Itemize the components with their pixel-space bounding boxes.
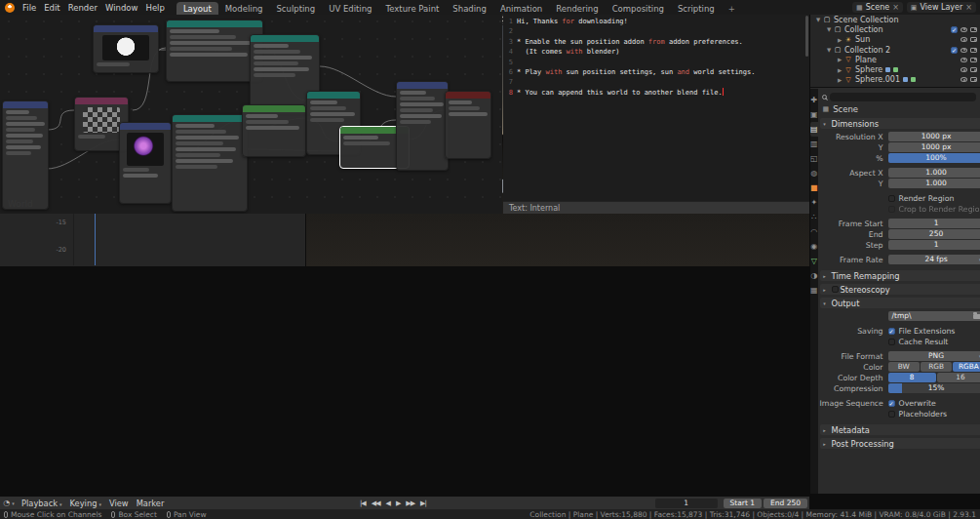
workspace-tab-modeling[interactable]: Modeling	[218, 2, 270, 15]
current-frame-field[interactable]: 1	[655, 499, 718, 508]
node-header[interactable]	[173, 115, 247, 122]
shader-node[interactable]	[242, 104, 306, 157]
properties-search-input[interactable]	[830, 93, 976, 101]
eye-toggle-icon[interactable]	[960, 37, 967, 42]
outliner-row-scene-collection[interactable]: ▼▢Scene Collection	[810, 15, 980, 24]
node-header[interactable]	[251, 35, 319, 42]
expand-toggle-icon[interactable]: ▶	[836, 37, 843, 43]
expand-toggle-icon[interactable]: ▶	[836, 77, 843, 83]
properties-tab-view-layer[interactable]: ▥	[810, 137, 818, 151]
menu-file[interactable]: File	[19, 3, 40, 13]
text-lines[interactable]: 1Hi, Thanks for downloading!23* Enable t…	[503, 13, 809, 98]
properties-tab-world[interactable]: ◍	[810, 166, 818, 180]
play-button[interactable]: ▶	[393, 499, 403, 507]
prop-field-frame-start[interactable]: 1	[888, 219, 980, 228]
segment-bw[interactable]: BW	[888, 362, 920, 372]
eye-toggle-icon[interactable]	[960, 48, 967, 53]
panel-checkbox[interactable]	[832, 286, 839, 293]
segment-8[interactable]: 8	[888, 373, 936, 382]
menu-window[interactable]: Window	[101, 3, 142, 13]
prop-field-y[interactable]: 1000 px	[888, 142, 980, 152]
properties-tab-output[interactable]: ▤	[810, 122, 818, 137]
properties-tab-scene[interactable]: ◱	[810, 151, 818, 166]
node-header[interactable]	[307, 92, 360, 99]
folder-icon[interactable]	[973, 314, 980, 319]
segment-rgba[interactable]: RGBA	[953, 362, 980, 372]
camera-toggle-icon[interactable]	[970, 48, 977, 53]
prop-select-file-format[interactable]: PNG▾	[888, 351, 980, 361]
workspace-tab-shading[interactable]: Shading	[446, 2, 493, 15]
shader-node[interactable]	[396, 81, 449, 171]
panel-header-dimensions[interactable]: ▾Dimensions	[820, 118, 980, 129]
add-workspace-button[interactable]: +	[722, 2, 742, 15]
menu-keying[interactable]: Keying	[66, 499, 105, 508]
checkbox-overwrite[interactable]: ✓	[888, 400, 895, 407]
workspace-tab-uv-editing[interactable]: UV Editing	[322, 2, 378, 15]
workspace-tab-texture-paint[interactable]: Texture Paint	[379, 2, 447, 15]
checkbox-cache-result[interactable]	[888, 339, 895, 345]
scene-selector[interactable]: ▦ Scene ×	[852, 2, 903, 13]
node-header[interactable]	[397, 82, 448, 89]
properties-tab-tool[interactable]: ✚	[810, 93, 818, 107]
checkbox-crop-to-render-region[interactable]	[888, 206, 895, 213]
properties-tab-physics[interactable]: ◠	[810, 224, 818, 239]
workspace-tab-scripting[interactable]: Scripting	[671, 2, 722, 15]
collection-checkbox[interactable]: ✓	[951, 26, 958, 33]
unlink-view-layer-button[interactable]: ×	[965, 3, 972, 12]
menu-render[interactable]: Render	[64, 3, 101, 13]
node-header[interactable]	[167, 20, 262, 27]
checkbox-file-extensions[interactable]: ✓	[888, 328, 895, 335]
outliner-row-collection[interactable]: ▼▢Collection✓	[810, 24, 980, 34]
camera-toggle-icon[interactable]	[970, 58, 977, 62]
menu-playback[interactable]: Playback	[18, 499, 66, 508]
expand-toggle-icon[interactable]: ▼	[814, 17, 822, 22]
prop-select-frame-rate[interactable]: 24 fps▾	[888, 255, 980, 264]
camera-toggle-icon[interactable]	[970, 37, 977, 42]
expand-toggle-icon[interactable]: ▶	[836, 57, 843, 62]
properties-tab-particles[interactable]: ∴	[810, 210, 818, 224]
camera-toggle-icon[interactable]	[970, 27, 977, 32]
workspace-tab-animation[interactable]: Animation	[493, 2, 549, 15]
properties-tab-material[interactable]: ◑	[810, 268, 818, 283]
prop-field-aspect-x[interactable]: 1.000	[888, 168, 980, 178]
frame-start-field[interactable]: Start 1	[724, 499, 762, 508]
outliner-row-sphere-001[interactable]: ▶▽Sphere.001	[810, 75, 980, 85]
properties-tab-modifiers[interactable]: ✦	[810, 195, 818, 210]
checkbox-placeholders[interactable]	[888, 411, 895, 418]
camera-toggle-icon[interactable]	[970, 67, 977, 72]
shader-node[interactable]	[166, 20, 263, 82]
properties-tab-object[interactable]: ■	[810, 180, 818, 195]
node-canvas[interactable]: World	[0, 13, 502, 214]
expand-toggle-icon[interactable]: ▼	[825, 47, 833, 53]
workspace-tab-rendering[interactable]: Rendering	[549, 2, 605, 15]
jump-to-start-button[interactable]: |◀	[357, 499, 369, 507]
menu-view[interactable]: View	[105, 499, 133, 508]
node-header[interactable]	[75, 98, 128, 104]
play-reverse-button[interactable]: ◀	[383, 499, 393, 507]
expand-toggle-icon[interactable]: ▼	[825, 26, 833, 32]
panel-header-time-remapping[interactable]: ▸Time Remapping	[820, 270, 980, 281]
prop-field-resolution-x[interactable]: 1000 px	[888, 132, 980, 141]
workspace-tab-layout[interactable]: Layout	[176, 2, 218, 15]
text-scrollbar[interactable]	[805, 16, 808, 57]
shader-node[interactable]	[119, 122, 172, 204]
segment-rgb[interactable]: RGB	[921, 362, 952, 372]
prev-keyframe-button[interactable]: ◀◀	[369, 499, 383, 507]
next-keyframe-button[interactable]: ▶▶	[403, 499, 417, 507]
unlink-scene-button[interactable]: ×	[892, 3, 899, 12]
prop-field-step[interactable]: 1	[888, 240, 980, 250]
collection-checkbox[interactable]: ✓	[951, 47, 958, 54]
menu-marker[interactable]: Marker	[133, 499, 169, 508]
shader-node[interactable]	[93, 24, 159, 73]
panel-header-output[interactable]: ▾Output	[820, 298, 980, 308]
shader-node[interactable]	[445, 91, 491, 159]
properties-tab-render[interactable]: ▣	[810, 107, 818, 122]
node-header[interactable]	[3, 101, 48, 108]
eye-toggle-icon[interactable]	[960, 67, 967, 72]
properties-tab-object-data[interactable]: ▽	[810, 254, 818, 268]
outliner-row-sun[interactable]: ▶☀Sun	[810, 35, 980, 45]
outliner-row-collection-2[interactable]: ▼▢Collection 2✓	[810, 45, 980, 55]
shader-node[interactable]	[172, 114, 248, 212]
expand-toggle-icon[interactable]: ▶	[836, 67, 843, 73]
eye-toggle-icon[interactable]	[960, 77, 967, 82]
